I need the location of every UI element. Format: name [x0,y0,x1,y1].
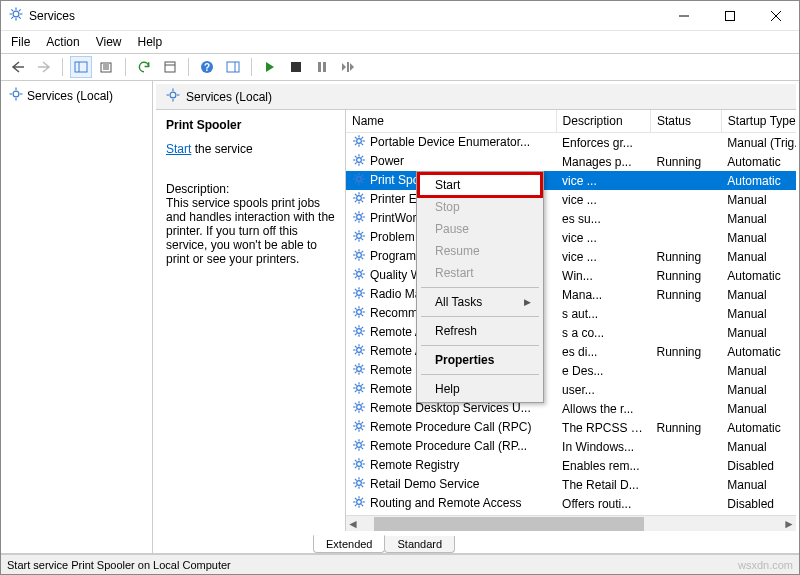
service-row[interactable]: Recommes aut...ManualLocal Sy [346,304,796,323]
service-row[interactable]: Printer Extvice ...ManualLocal Sy [346,190,796,209]
maximize-button[interactable] [707,1,753,30]
export-button[interactable] [96,56,118,78]
service-row[interactable]: Program Cvice ...RunningManualLocal Sy [346,247,796,266]
svg-line-7 [11,17,13,19]
svg-line-203 [355,479,357,481]
svg-line-186 [361,447,363,449]
show-hide-tree-button[interactable] [70,56,92,78]
service-row[interactable]: Quality WWin...RunningAutomaticLocal Sy [346,266,796,285]
service-row[interactable]: Routing and Remote AccessOffers routi...… [346,494,796,513]
console-tree[interactable]: Services (Local) [1,81,153,553]
service-row[interactable]: Print Spoovice ...AutomaticLocal Sy [346,171,796,190]
svg-line-123 [361,314,363,316]
ctx-start[interactable]: Start [419,174,541,196]
pause-service-button[interactable] [311,56,333,78]
svg-line-214 [355,504,357,506]
svg-line-205 [355,485,357,487]
ctx-restart[interactable]: Restart [419,262,541,284]
svg-line-61 [355,181,357,183]
restart-service-button[interactable] [337,56,359,78]
svg-point-180 [357,443,362,448]
svg-line-206 [361,479,363,481]
show-hide-action-pane-button[interactable] [222,56,244,78]
ctx-separator [421,287,539,288]
start-service-button[interactable] [259,56,281,78]
minimize-button[interactable] [661,1,707,30]
back-button[interactable] [7,56,29,78]
services-list[interactable]: Name Description Status Startup Type Log… [346,110,796,531]
menu-view[interactable]: View [96,35,122,49]
svg-line-125 [361,308,363,310]
gear-icon [9,87,23,104]
start-service-link[interactable]: Start [166,142,191,156]
menu-action[interactable]: Action [46,35,79,49]
svg-point-26 [13,91,19,97]
svg-point-0 [13,11,19,17]
svg-line-107 [361,270,363,272]
col-status[interactable]: Status [651,110,722,133]
col-description[interactable]: Description [556,110,650,133]
ctx-properties[interactable]: Properties [419,349,541,371]
service-row[interactable]: Remote Desktop Services U...Allows the r… [346,399,796,418]
svg-line-5 [11,9,13,11]
menu-help[interactable]: Help [138,35,163,49]
svg-line-86 [355,232,357,234]
ctx-pause[interactable]: Pause [419,218,541,240]
help-button[interactable]: ? [196,56,218,78]
ctx-resume[interactable]: Resume [419,240,541,262]
svg-line-158 [355,384,357,386]
properties-button[interactable] [159,56,181,78]
ctx-help[interactable]: Help [419,378,541,400]
ctx-refresh[interactable]: Refresh [419,320,541,342]
col-name[interactable]: Name [346,110,556,133]
svg-line-60 [361,181,363,183]
toolbar: ? [1,53,799,81]
service-row[interactable]: Portable Device Enumerator...Enforces gr… [346,133,796,153]
scroll-left-icon[interactable]: ◄ [346,517,360,531]
scroll-thumb[interactable] [374,517,644,531]
service-row[interactable]: Remote Aes di...RunningAutomaticLocal Sy [346,342,796,361]
svg-rect-13 [75,62,87,72]
close-button[interactable] [753,1,799,30]
service-row[interactable]: PrintWorkes su...ManualLocal Sy [346,209,796,228]
service-row[interactable]: Retail Demo ServiceThe Retail D...Manual… [346,475,796,494]
service-row[interactable]: Problem Rvice ...ManualLocal Sy [346,228,796,247]
svg-line-77 [355,213,357,215]
stop-service-button[interactable] [285,56,307,78]
svg-rect-20 [227,62,239,72]
svg-rect-24 [323,62,326,72]
horizontal-scrollbar[interactable]: ◄ ► [346,515,796,531]
tab-standard[interactable]: Standard [384,536,455,553]
service-row[interactable]: Remote Duser...ManualNetwor [346,380,796,399]
detail-heading: Print Spooler [166,118,335,132]
service-row[interactable]: Remote As a co...ManualLocal Sy [346,323,796,342]
service-row[interactable]: Radio ManMana...RunningManualLocal Sy [346,285,796,304]
svg-line-6 [19,17,21,19]
app-icon [9,7,23,24]
svg-line-204 [361,485,363,487]
service-row[interactable]: PowerManages p...RunningAutomaticLocal S… [346,152,796,171]
service-row[interactable]: Remote RegistryEnables rem...DisabledLoc… [346,456,796,475]
col-startup[interactable]: Startup Type [721,110,796,133]
ctx-all-tasks[interactable]: All Tasks▶ [419,291,541,313]
ctx-separator [421,316,539,317]
tree-root-item[interactable]: Services (Local) [4,84,149,107]
menu-file[interactable]: File [11,35,30,49]
forward-button[interactable] [33,56,55,78]
submenu-arrow-icon: ▶ [524,297,531,307]
column-headers[interactable]: Name Description Status Startup Type Log… [346,110,796,133]
svg-rect-25 [347,62,349,72]
ctx-stop[interactable]: Stop [419,196,541,218]
service-gear-icon [352,248,366,265]
svg-line-188 [361,441,363,443]
svg-line-161 [361,384,363,386]
tab-extended[interactable]: Extended [313,535,385,553]
svg-point-144 [357,367,362,372]
svg-line-177 [361,428,363,430]
refresh-button[interactable] [133,56,155,78]
service-row[interactable]: Remote Procedure Call (RPC)The RPCSS s..… [346,418,796,437]
service-row[interactable]: Remote Procedure Call (RP...In Windows..… [346,437,796,456]
scroll-right-icon[interactable]: ► [782,517,796,531]
svg-line-212 [355,498,357,500]
service-row[interactable]: Remote De Des...ManualLocal Sy [346,361,796,380]
